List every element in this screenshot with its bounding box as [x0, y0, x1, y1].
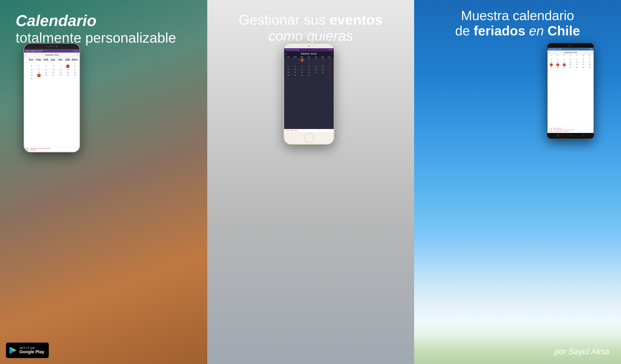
d-3-4: 13	[50, 68, 57, 71]
add-icon-r: +	[585, 48, 586, 50]
android-bottom-bar: ☰ ⌂ ◁	[548, 133, 594, 139]
iphone-home-button[interactable]	[304, 133, 314, 143]
d-1-4: x	[50, 62, 57, 64]
dw-4: 21 22 23 24 25 26 27	[285, 71, 333, 73]
dark-grid-center: x x 1 2 3 4 5 6 7 8	[284, 58, 334, 129]
d-4-7: 23	[71, 71, 79, 73]
dc-1-4: 2	[305, 58, 312, 62]
dc-5-3: 30	[299, 74, 305, 76]
next-month-c[interactable]: ›	[331, 52, 332, 55]
rd-4-2-today: 18	[556, 63, 559, 66]
d-1-3: x	[42, 62, 50, 64]
rd-1-5: x	[574, 56, 580, 58]
topbar-icons-left: + ⋮ 14:41	[69, 50, 78, 52]
dc-2-3: 9	[299, 65, 305, 68]
rev-3-date: 19 sept.:	[549, 131, 553, 132]
d-4-3: 19	[42, 71, 50, 73]
ch-2: MIÉ.	[299, 56, 305, 58]
dark-ev-name-1: Año Nuevo	[291, 130, 298, 131]
rd-2-6: 8	[580, 59, 586, 61]
left-headline: Calendario totalmente personalizable	[16, 12, 176, 46]
dc-4-3: 23	[299, 71, 305, 73]
google-play-badge[interactable]: GET IT ON Google Play	[6, 343, 49, 358]
rev-2-date: 18 sept.:	[549, 129, 553, 130]
cal-topbar-left: lunes, agosto 14 2017 + ⋮ 14:41	[24, 49, 80, 52]
iphone-phone: LUNES, AGOSTO 14 2017 + ⋮ 14:41 ‹ ENERO …	[284, 43, 334, 145]
wk-num-2: 50	[25, 65, 28, 68]
next-month-left[interactable]: ›	[77, 53, 78, 56]
rw-2: 3 4 5 6 7 8 9	[548, 59, 593, 61]
topbar-date-right: lunes agosto 14 2017	[549, 49, 562, 50]
rh-italic: en	[525, 23, 548, 38]
menu-icon: ⋮	[71, 50, 73, 52]
back-btn[interactable]: ◁	[583, 134, 584, 137]
cal-week-4: 52 17 18 19 20 21 22 23	[25, 71, 79, 73]
rev-1-name: Fiestas Patrias	[553, 128, 561, 129]
left-panel: Calendario totalmente personalizable lun…	[0, 0, 207, 364]
rh-0: lun.	[548, 54, 554, 56]
rh-2: mié.	[561, 54, 568, 56]
rd-4-4: 20	[568, 63, 574, 66]
badge-text: GET IT ON Google Play	[19, 347, 44, 354]
rev-2: 18 sept.: La Primera Junta Nacional de G…	[549, 129, 593, 130]
dc-3-1: 14	[285, 68, 292, 70]
d-5-5: 28	[57, 74, 64, 77]
center-line1-bold: eventos	[329, 12, 383, 28]
next-month-r[interactable]: ›	[592, 51, 592, 54]
d-4-2: 18	[35, 71, 42, 73]
rh-bold: feriados	[474, 23, 525, 38]
rw-5: 24 25 26 27 28 29 30	[548, 67, 593, 69]
dc-3-2: 15	[292, 68, 299, 70]
cal-topbar-center: LUNES, AGOSTO 14 2017 + ⋮ 14:41	[284, 48, 334, 52]
center-headline: Gestionar sus eventos como quieras	[239, 12, 383, 44]
right-events: 17 sept.: Fiestas Patrias 18 sept.: La P…	[548, 127, 594, 133]
menu-btn[interactable]: ☰	[557, 134, 559, 137]
cal-week-1: 49 x x x x x 1 2	[25, 62, 79, 64]
rd-4-1-today: 17	[550, 63, 553, 66]
cal-week-6: 31 x x x x x x	[25, 77, 79, 80]
left-phone: lunes, agosto 14 2017 + ⋮ 14:41 ‹ diciem…	[23, 43, 80, 153]
d-5-7: 30	[71, 74, 79, 77]
ch-1: MAR.	[292, 56, 299, 58]
topbar-icons-center: + ⋮ 14:41	[325, 49, 332, 51]
d-3-3: 12	[42, 68, 50, 71]
d-6-4: x	[50, 77, 57, 80]
dc-3-5: 18	[312, 68, 319, 70]
d-2-6-today: 8	[66, 65, 69, 68]
right-headline-line1: Muestra calendario	[455, 8, 580, 23]
rd-4-5: 21	[574, 63, 580, 66]
d-6-6: x	[64, 77, 71, 80]
add-icon-c: +	[325, 49, 325, 51]
d-6-1: 31	[28, 77, 35, 80]
prev-month-r[interactable]: ‹	[549, 51, 550, 54]
dc-4-5: 25	[312, 71, 319, 73]
android-black-phone: lunes agosto 14 2017 + ⋮ 14:40 ‹ septiem…	[547, 43, 594, 139]
home-btn[interactable]: ⌂	[570, 134, 571, 137]
dc-3-6: 19	[319, 68, 326, 70]
rd-1-3: x	[561, 56, 568, 58]
prev-month-c[interactable]: ‹	[286, 52, 287, 55]
d-4-5: 21	[57, 71, 64, 73]
dc-2-6: 12	[319, 65, 326, 68]
right-cal-grid: x x x x x 1 2 3 4 5 6 7	[548, 56, 594, 127]
d-5-6: 29	[64, 74, 71, 77]
rd-5-3: 26	[561, 67, 568, 69]
rd-2-1: 3	[548, 59, 554, 61]
rw-3: 10 11 12 13 14 15 16	[548, 61, 593, 63]
dc-1-2: x	[292, 58, 299, 62]
day-header-4: vie.	[57, 58, 64, 61]
rd-1-7: 2	[586, 56, 593, 58]
topbar-time-c: 14:41	[329, 49, 332, 51]
event-2-left: 25 dic.: Navidad	[25, 149, 78, 151]
rh-1: mar.	[554, 54, 561, 56]
rd-3-1: 10	[548, 61, 554, 63]
d-6-5: x	[57, 77, 64, 80]
rd-5-2: 25	[554, 67, 561, 69]
cal-screen-center: LUNES, AGOSTO 14 2017 + ⋮ 14:41 ‹ ENERO …	[284, 48, 334, 132]
event-1-left: 8 dic.: Inmaculada Concepción de María	[25, 148, 78, 149]
d-3-5: 14	[57, 68, 64, 71]
prev-month-left[interactable]: ‹	[26, 53, 27, 56]
wk-num-4: 52	[25, 71, 28, 73]
get-it-on: GET IT ON	[19, 347, 44, 349]
android-phone: lunes, agosto 14 2017 + ⋮ 14:41 ‹ diciem…	[23, 43, 80, 153]
